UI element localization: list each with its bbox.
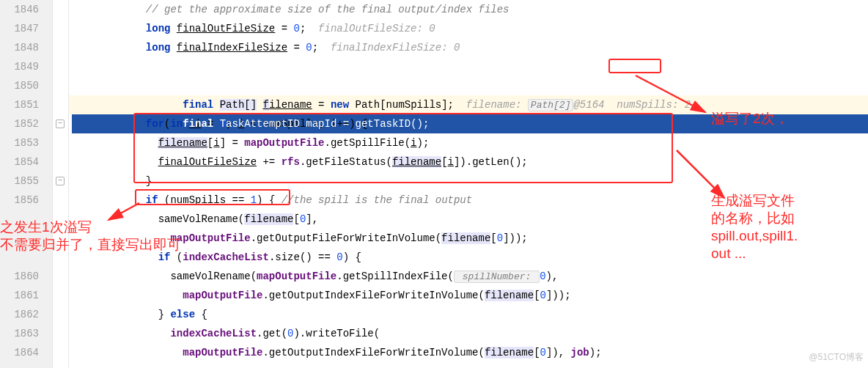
line-number: 1863 bbox=[0, 324, 39, 343]
code-line[interactable]: sameVolRename(mapOutputFile.getSpillInde… bbox=[72, 267, 868, 286]
code-line[interactable]: finalOutFileSize += rfs.getFileStatus(fi… bbox=[72, 152, 868, 172]
line-number: 1847 bbox=[0, 19, 39, 38]
annotation-right-1: 溢写了2次， bbox=[711, 110, 789, 128]
fold-handle-icon[interactable]: − bbox=[56, 119, 65, 128]
code-area[interactable]: // get the approximate size of the final… bbox=[69, 0, 868, 368]
annotation-left: 之发生1次溢写 不需要归并了，直接写出即可 bbox=[0, 218, 181, 254]
line-number-gutter: 1846 1847 1848 1849 1850 1851 1852 1853 … bbox=[0, 0, 53, 368]
line-number: 1854 bbox=[0, 152, 39, 172]
line-number: 1861 bbox=[0, 286, 39, 305]
line-number: 1855 bbox=[0, 172, 39, 191]
code-line[interactable]: long finalIndexFileSize = 0; finalIndexF… bbox=[72, 38, 868, 57]
code-line[interactable]: mapOutputFile.getOutputIndexFileForWrite… bbox=[72, 286, 868, 305]
fold-column: − − bbox=[53, 0, 69, 368]
line-number: 1848 bbox=[0, 38, 39, 57]
line-number: 1849 bbox=[0, 57, 39, 76]
line-number: 1853 bbox=[0, 133, 39, 152]
line-number: 1846 bbox=[0, 0, 39, 19]
line-number: 1860 bbox=[0, 267, 39, 286]
line-number: 1852 bbox=[0, 114, 39, 133]
code-line[interactable]: } else { bbox=[72, 305, 868, 324]
line-number: 1864 bbox=[0, 343, 39, 362]
code-line[interactable]: final Path[] filename = new Path[numSpil… bbox=[72, 57, 868, 76]
code-line[interactable]: filename[i] = mapOutputFile.getSpillFile… bbox=[72, 133, 868, 152]
line-number: 1851 bbox=[0, 95, 39, 114]
line-number: 1862 bbox=[0, 305, 39, 324]
code-editor[interactable]: 1846 1847 1848 1849 1850 1851 1852 1853 … bbox=[0, 0, 868, 368]
code-line[interactable]: } bbox=[72, 172, 868, 191]
annotation-right-2: 生成溢写文件 的名称，比如 spill.out,spill1. out ... bbox=[711, 192, 858, 262]
line-number: 1856 bbox=[0, 191, 39, 210]
code-line[interactable]: mapOutputFile.getOutputIndexFileForWrite… bbox=[72, 343, 868, 362]
line-number: 1850 bbox=[0, 76, 39, 95]
fold-handle-icon[interactable]: − bbox=[56, 177, 65, 185]
code-line[interactable]: long finalOutFileSize = 0; finalOutFileS… bbox=[72, 19, 868, 38]
code-line[interactable]: // get the approximate size of the final… bbox=[72, 0, 868, 19]
watermark: @51CTO博客 bbox=[809, 351, 864, 364]
code-line-current-execution[interactable]: final TaskAttemptID mapId = getTaskID(); bbox=[72, 76, 868, 95]
code-line[interactable]: indexCacheList.get(0).writeToFile( bbox=[72, 324, 868, 343]
